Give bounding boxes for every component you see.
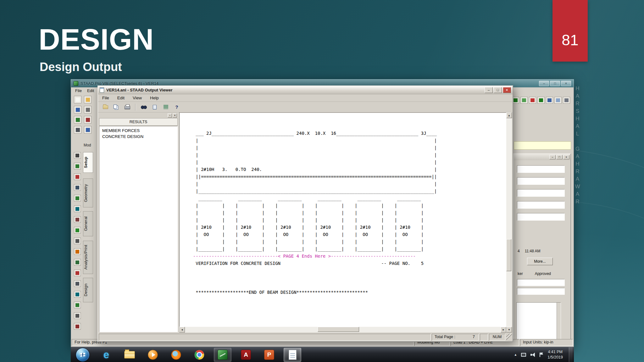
internet-explorer-icon[interactable]: e: [97, 348, 115, 362]
panel-maximize-button[interactable]: □: [556, 155, 563, 159]
viewer-menu-edit[interactable]: Edit: [117, 96, 125, 100]
document-line: VERIFICATION FOR CONCRETE DESIGN -- PAGE…: [188, 260, 506, 267]
job-info-field[interactable]: [517, 213, 565, 221]
render-icon[interactable]: [529, 97, 536, 104]
insert-node-icon[interactable]: [74, 302, 81, 308]
staad-taskbar-icon[interactable]: [214, 348, 231, 362]
staad-menu-file[interactable]: File: [75, 88, 82, 93]
media-player-icon[interactable]: [144, 348, 162, 362]
adobe-reader-icon[interactable]: A: [237, 348, 255, 362]
plates-cursor-icon[interactable]: [74, 173, 81, 180]
open-file-icon[interactable]: [84, 96, 92, 103]
firefox-icon[interactable]: [167, 348, 185, 362]
translational-repeat-icon[interactable]: [74, 248, 81, 255]
job-info-field[interactable]: [517, 201, 565, 209]
panel-minimize-button[interactable]: –: [549, 155, 556, 159]
undo-icon[interactable]: [84, 126, 92, 134]
scroll-right-button[interactable]: ►: [501, 327, 506, 332]
show-desktop-button[interactable]: [569, 347, 573, 362]
approved-field[interactable]: [517, 288, 565, 295]
scroll-down-button[interactable]: ▼: [506, 327, 512, 332]
results-icon[interactable]: [537, 97, 545, 104]
results-item-concrete-design[interactable]: CONCRETE DESIGN: [99, 134, 177, 140]
job-info-list[interactable]: [516, 302, 561, 339]
resize-grip[interactable]: [506, 334, 512, 341]
job-info-field[interactable]: [517, 189, 565, 197]
horizontal-scroll-thumb[interactable]: [318, 327, 359, 332]
rotate-icon[interactable]: [74, 291, 81, 298]
viewer-close-button[interactable]: ×: [503, 87, 511, 93]
geometry-cursor-icon[interactable]: [74, 195, 81, 201]
viewer-menu-file[interactable]: File: [102, 96, 109, 100]
job-info-field[interactable]: [517, 177, 565, 185]
circular-repeat-icon[interactable]: [74, 259, 81, 266]
staad-minimize-button[interactable]: –: [539, 81, 549, 86]
nodes-cursor-icon[interactable]: [74, 152, 81, 159]
powerpoint-icon[interactable]: P: [260, 348, 278, 362]
job-info-field[interactable]: [517, 165, 565, 173]
output-viewer-taskbar-icon[interactable]: [284, 348, 301, 362]
context-help-icon[interactable]: ?: [173, 103, 181, 111]
tab-analysis-print[interactable]: Analysis/Print: [83, 241, 93, 274]
tab-general[interactable]: General: [83, 211, 93, 236]
snap-node-beam-icon[interactable]: [74, 238, 81, 244]
explorer-folder-icon[interactable]: [121, 348, 138, 362]
add-beam-icon[interactable]: [74, 312, 81, 319]
action-center-icon[interactable]: [540, 353, 543, 357]
report-list-icon[interactable]: [162, 103, 170, 111]
scroll-left-button[interactable]: ◄: [179, 327, 185, 332]
results-item-member-forces[interactable]: MEMBER FORCES: [99, 128, 177, 134]
new-file-icon[interactable]: [74, 96, 81, 103]
save-icon[interactable]: [74, 106, 81, 113]
node-grid-icon[interactable]: [74, 227, 81, 233]
paste-icon[interactable]: [74, 126, 81, 134]
checker-field[interactable]: [517, 279, 565, 286]
find-icon[interactable]: [140, 103, 148, 111]
scroll-up-button[interactable]: ▲: [506, 112, 512, 118]
print-icon[interactable]: [123, 103, 131, 111]
list-scrollbar[interactable]: [557, 303, 561, 339]
cut-icon[interactable]: [74, 116, 81, 123]
horizontal-scrollbar[interactable]: ◄ ►: [179, 327, 506, 332]
results-close-button[interactable]: ×: [173, 113, 177, 118]
mirror-icon[interactable]: [74, 280, 81, 287]
zoom-icon[interactable]: [74, 323, 81, 330]
vertical-scrollbar[interactable]: ▲ ▼: [506, 112, 512, 332]
print-preview-icon[interactable]: [563, 97, 570, 104]
staad-close-button[interactable]: ×: [561, 81, 571, 86]
taskbar-clock[interactable]: 4:41 PM 1/5/2019: [547, 349, 563, 360]
copy-icon[interactable]: [84, 116, 92, 123]
staad-maximize-button[interactable]: □: [550, 81, 560, 86]
copy-icon[interactable]: [112, 103, 120, 111]
support-icon[interactable]: [74, 216, 81, 223]
tray-expand-button[interactable]: ▲: [514, 353, 517, 356]
volume-icon[interactable]: [530, 353, 536, 357]
network-icon[interactable]: [521, 353, 526, 357]
panel-close-button[interactable]: ×: [563, 155, 569, 159]
solids-cursor-icon[interactable]: [74, 184, 81, 191]
vertical-scroll-thumb[interactable]: [506, 239, 511, 271]
save-view-icon[interactable]: [554, 97, 562, 104]
more-button[interactable]: More...: [527, 258, 553, 265]
chrome-icon[interactable]: [191, 348, 208, 362]
viewer-menu-view[interactable]: View: [133, 96, 142, 100]
horizontal-scroll-track[interactable]: [185, 327, 501, 332]
beams-cursor-icon[interactable]: [74, 163, 81, 169]
print-icon[interactable]: [84, 106, 92, 113]
viewer-menu-help[interactable]: Help: [150, 96, 159, 100]
start-button[interactable]: [76, 348, 90, 362]
move-icon[interactable]: [74, 270, 81, 276]
load-icon[interactable]: [74, 206, 81, 212]
report-icon[interactable]: [546, 97, 553, 104]
view-3d-icon[interactable]: [520, 97, 528, 104]
goto-page-icon[interactable]: [151, 103, 159, 111]
viewer-minimize-button[interactable]: –: [485, 87, 493, 93]
tab-setup[interactable]: Setup: [83, 152, 93, 173]
viewer-maximize-button[interactable]: □: [494, 87, 502, 93]
open-icon[interactable]: [101, 103, 109, 111]
tab-design[interactable]: Design: [83, 278, 93, 302]
panel-pin-button[interactable]: ▫: [168, 113, 172, 118]
staad-menu-edit[interactable]: Edit: [87, 88, 94, 93]
tab-geometry[interactable]: Geometry: [83, 178, 93, 207]
vertical-scroll-track[interactable]: [506, 118, 512, 327]
